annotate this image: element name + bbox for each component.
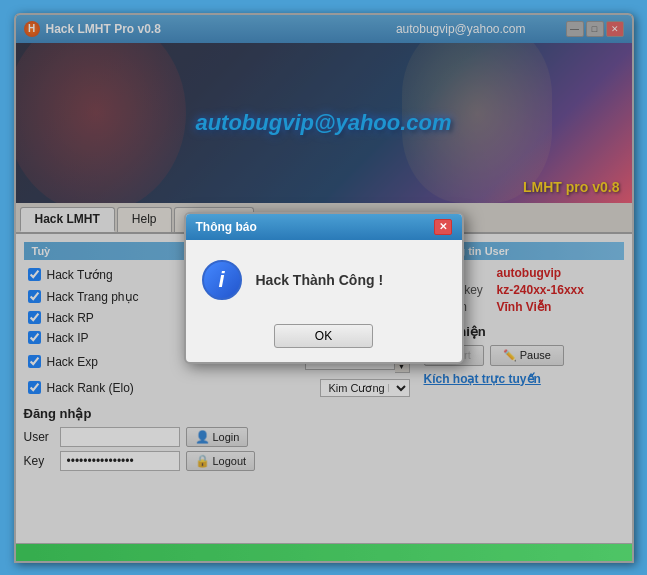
dialog-body: i Hack Thành Công ! bbox=[186, 240, 462, 316]
main-window: H Hack LMHT Pro v0.8 autobugvip@yahoo.co… bbox=[14, 13, 634, 563]
dialog-close-button[interactable]: ✕ bbox=[434, 219, 452, 235]
dialog-ok-button[interactable]: OK bbox=[274, 324, 373, 348]
dialog-title: Thông báo bbox=[196, 220, 257, 234]
modal-overlay: Thông báo ✕ i Hack Thành Công ! OK bbox=[16, 15, 632, 561]
dialog-footer: OK bbox=[186, 316, 462, 362]
dialog-info-icon: i bbox=[202, 260, 242, 300]
dialog: Thông báo ✕ i Hack Thành Công ! OK bbox=[184, 212, 464, 364]
dialog-title-bar: Thông báo ✕ bbox=[186, 214, 462, 240]
dialog-message: Hack Thành Công ! bbox=[256, 272, 384, 288]
